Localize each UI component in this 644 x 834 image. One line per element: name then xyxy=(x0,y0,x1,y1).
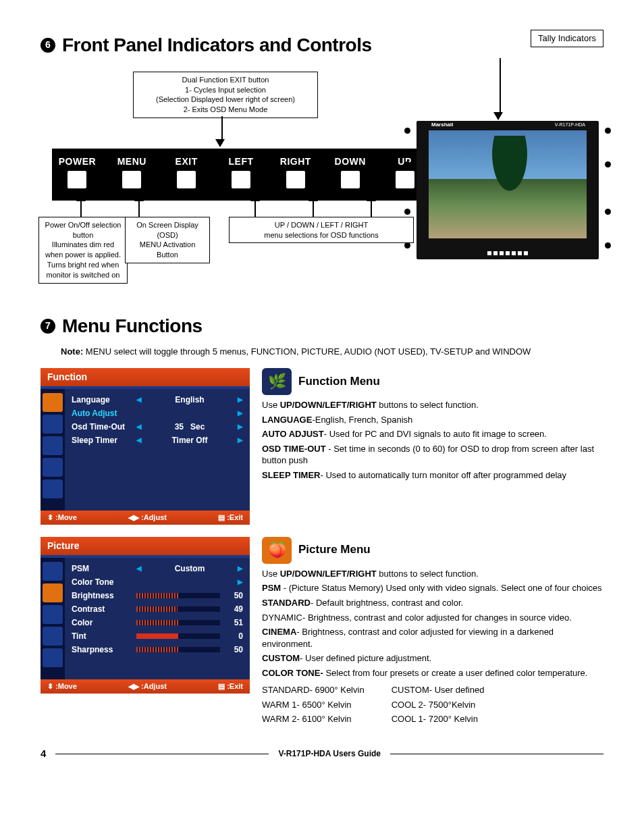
left-arrow-icon: ◀ xyxy=(136,422,142,432)
brightness-slider[interactable] xyxy=(136,593,220,598)
osd-tab-setup[interactable] xyxy=(43,458,63,477)
up-button[interactable] xyxy=(396,171,414,188)
function-osd-content: Language ◀ English ▶ Auto Adjust ▶ Osd T… xyxy=(65,389,250,511)
psm-label: PSM xyxy=(72,563,136,574)
osd-tab-audio[interactable] xyxy=(43,436,63,455)
function-row: Function Language ◀ English ▶ Auto Adjus… xyxy=(41,368,603,525)
osd-row-tint[interactable]: Tint 0 xyxy=(72,629,243,643)
color-value: 51 xyxy=(225,617,243,628)
sharpness-value: 50 xyxy=(225,644,243,655)
osd-row-contrast[interactable]: Contrast 49 xyxy=(72,602,243,616)
picture-cin: CINEMA- Brightness, contrast and color a… xyxy=(262,626,603,650)
right-label: RIGHT xyxy=(280,155,311,168)
exit-callout-box: Dual Function EXIT button 1- Cycles Inpu… xyxy=(133,72,318,118)
function-icon: 🌿 xyxy=(262,368,292,395)
osd-row-timeout[interactable]: Osd Time-Out ◀ 35 Sec ▶ xyxy=(72,420,243,434)
function-desc-title: Function Menu xyxy=(298,374,380,390)
power-callout-box: Power On/Off selection button Illuminate… xyxy=(38,217,128,284)
timeout-unit: Sec xyxy=(190,422,205,432)
picture-row: Picture PSM ◀ Custom ▶ Color Tone xyxy=(41,537,603,728)
timeout-label: Osd Time-Out xyxy=(72,421,136,432)
osd-tab-setup[interactable] xyxy=(43,627,63,646)
down-label: DOWN xyxy=(335,155,366,168)
color-slider[interactable] xyxy=(136,620,220,625)
colortone-label: Color Tone xyxy=(72,577,136,588)
nav-callout-box: UP / DOWN / LEFT / RIGHT menu selections… xyxy=(229,217,414,244)
monitor-model: V-R171P-HDA xyxy=(555,122,585,128)
section7-title: Menu Functions xyxy=(62,313,203,339)
osd-row-sleep[interactable]: Sleep Timer ◀ Timer Off ▶ xyxy=(72,434,243,447)
right-arrow-icon: ▶ xyxy=(238,436,243,445)
function-osd: OSD TIME-OUT - Set time in seconds (0 to… xyxy=(262,443,603,467)
function-sleep: SLEEP TIMER- Used to automatically turn … xyxy=(262,469,603,481)
footer-guide: V-R171P-HDA Users Guide xyxy=(278,748,381,759)
tint-slider[interactable] xyxy=(136,633,220,639)
left-button-stack: LEFT xyxy=(221,155,261,188)
tree-graphic xyxy=(489,136,530,197)
function-osd-tabs xyxy=(41,389,65,511)
picture-psm: PSM - (Picture Status Memory) Used only … xyxy=(262,582,603,594)
psm-value: Custom xyxy=(142,563,238,574)
footer-rule-left xyxy=(55,754,269,754)
osd-row-colortone[interactable]: Color Tone ▶ xyxy=(72,575,243,589)
right-arrow-icon: ▶ xyxy=(238,395,243,405)
power-button[interactable] xyxy=(68,171,86,188)
monitor-screen xyxy=(429,130,587,238)
osd-tab-function[interactable] xyxy=(43,562,63,581)
left-arrow-icon: ◀ xyxy=(136,395,142,405)
left-button[interactable] xyxy=(232,171,250,188)
osd-tab-picture[interactable] xyxy=(43,415,63,434)
power-callout-text: Power On/Off selection button Illuminate… xyxy=(45,221,122,279)
sharpness-slider[interactable] xyxy=(136,647,220,652)
picture-osd-foot: ⬍ :Move ◀▶ :Adjust ▤ :Exit xyxy=(41,679,250,694)
contrast-value: 49 xyxy=(225,604,243,615)
osd-row-brightness[interactable]: Brightness 50 xyxy=(72,589,243,602)
kelvin-col-left: STANDARD- 6900° Kelvin WARM 1- 6500° Kel… xyxy=(262,681,365,728)
osd-tab-window[interactable] xyxy=(43,648,63,667)
exit-button[interactable] xyxy=(177,171,196,188)
menu-label: MENU xyxy=(117,155,146,168)
monitor-image: Marshall V-R171P-HDA xyxy=(417,121,599,259)
foot-adjust: ◀▶ :Adjust xyxy=(128,681,167,692)
sleep-value: Timer Off xyxy=(142,435,238,446)
osd-tab-window[interactable] xyxy=(43,479,63,498)
contrast-slider[interactable] xyxy=(136,606,220,612)
osd-tab-picture[interactable] xyxy=(43,583,63,602)
osd-row-autoadjust[interactable]: Auto Adjust ▶ xyxy=(72,407,243,420)
osd-row-language[interactable]: Language ◀ English ▶ xyxy=(72,393,243,407)
menu-button[interactable] xyxy=(122,171,141,188)
right-button[interactable] xyxy=(286,171,305,188)
kelvin-row: STANDARD- 6900° Kelvin WARM 1- 6500° Kel… xyxy=(262,681,603,728)
sharpness-label: Sharpness xyxy=(72,644,136,655)
kelvin-w2: WARM 2- 6100° Kelvin xyxy=(262,713,365,725)
kelvin-c2: COOL 2- 7500°Kelvin xyxy=(392,699,485,711)
exit-button-stack: EXIT xyxy=(167,155,207,188)
osd-tab-audio[interactable] xyxy=(43,605,63,624)
footer-rule-right xyxy=(390,754,603,754)
left-label: LEFT xyxy=(229,155,254,168)
function-osd-foot: ⬍ :Move ◀▶ :Adjust ▤ :Exit xyxy=(41,511,250,525)
function-auto: AUTO ADJUST- Used for PC and DVI signals… xyxy=(262,428,603,440)
note-text: MENU select will toggle through 5 menus,… xyxy=(83,346,531,357)
picture-dyn: DYNAMIC- Brightness, contrast and color … xyxy=(262,612,603,624)
kelvin-cust: CUSTOM- User defined xyxy=(392,684,485,696)
osd-tab-function[interactable] xyxy=(43,393,63,412)
picture-desc-head: 🍑 Picture Menu xyxy=(262,537,603,564)
right-button-stack: RIGHT xyxy=(275,155,315,188)
language-value: English xyxy=(142,394,238,405)
kelvin-c1: COOL 1- 7200° Kelvin xyxy=(392,713,485,725)
picture-cus: CUSTOM- User defined picture adjustment. xyxy=(262,652,603,664)
exit-callout-text: Dual Function EXIT button 1- Cycles Inpu… xyxy=(156,76,295,114)
right-arrow-icon: ▶ xyxy=(238,577,243,587)
osd-row-psm[interactable]: PSM ◀ Custom ▶ xyxy=(72,562,243,575)
picture-desc-title: Picture Menu xyxy=(298,542,371,558)
page-footer: 4 V-R171P-HDA Users Guide xyxy=(41,747,603,760)
note-prefix: Note: xyxy=(61,346,83,357)
down-button[interactable] xyxy=(341,171,360,188)
monitor-panel-buttons xyxy=(487,251,528,255)
function-intro: Use UP/DOWN/LEFT/RIGHT buttons to select… xyxy=(262,399,603,411)
menu-button-stack: MENU xyxy=(112,155,152,188)
osd-row-color[interactable]: Color 51 xyxy=(72,616,243,629)
osd-row-sharpness[interactable]: Sharpness 50 xyxy=(72,643,243,656)
section7-note: Note: MENU select will toggle through 5 … xyxy=(61,346,603,358)
